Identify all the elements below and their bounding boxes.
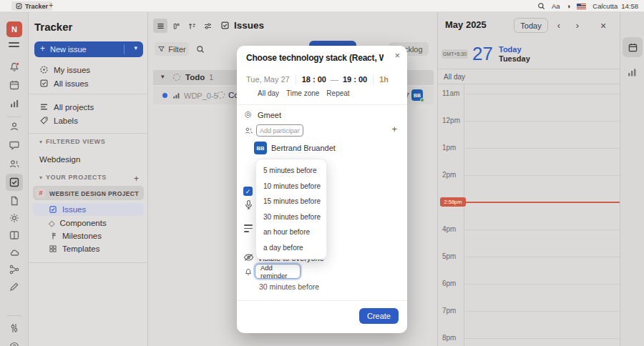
us-flag-icon[interactable] [577,4,586,9]
grouping-view-button[interactable] [169,19,183,33]
visibility-eye-icon [243,253,254,262]
issue-status-icon[interactable] [218,92,225,99]
drive-cloud-icon[interactable] [9,247,20,258]
sidebar-item-labels[interactable]: Labels [34,114,143,127]
dropdown-item[interactable]: 5 minutes before [256,163,326,179]
priority-icon[interactable] [172,92,180,99]
today-button[interactable]: Today [514,18,548,33]
close-icon[interactable]: × [394,50,400,61]
project-nav-components[interactable]: ◇ Components [33,217,144,229]
prev-day-button[interactable]: ‹ [552,18,565,33]
all-day-toggle[interactable]: All day [258,89,279,97]
help-icon[interactable] [9,341,20,346]
timezone-link[interactable]: Time zone [286,89,319,97]
timezone-badge[interactable]: GMT+5:30 [441,49,468,59]
current-time-badge: 2:58pm [440,197,466,207]
tracker-logo-icon [16,3,22,9]
project-nav-milestones[interactable]: Milestones [33,229,144,242]
dropdown-item[interactable]: an hour before [256,224,326,240]
edit-pencil-icon[interactable] [9,281,20,292]
sort-button[interactable] [185,19,199,33]
hour-label: 11am [442,89,462,97]
calendar-widget-button[interactable] [623,37,643,57]
microphone-icon[interactable] [245,199,253,210]
documents-file-icon[interactable] [9,195,20,207]
sidebar-item-my-issues[interactable]: My issues [34,63,143,76]
group-count: 1 [209,73,213,81]
stats-widget-button[interactable] [626,66,638,78]
chevron-down-icon[interactable]: ▾ [134,44,137,51]
dropdown-item[interactable]: a day before [256,240,326,256]
add-participants-input[interactable] [256,124,303,137]
sidebar-item-all-issues[interactable]: All issues [34,76,143,90]
dropdown-item[interactable]: 30 minutes before [256,209,326,225]
next-day-button[interactable]: › [571,18,584,33]
sliders-icon [203,21,213,31]
add-project-button[interactable]: + [134,174,139,184]
your-projects-header[interactable]: ▾ YOUR PROJECTS [34,174,107,181]
time-gutter-divider [464,84,464,346]
search-issues-button[interactable] [193,42,207,56]
font-size-button[interactable]: Aa [552,2,560,10]
theme-contrast-icon[interactable]: ◑ [567,2,571,10]
search-icon[interactable] [537,2,545,10]
end-time[interactable]: 19 : 00 [343,75,367,84]
checked-checkbox[interactable]: ✓ [243,187,253,196]
start-time[interactable]: 18 : 00 [302,75,326,84]
calendar-icon [628,42,638,53]
workspace-avatar[interactable]: N [6,21,22,37]
filtered-views-header[interactable]: ▾ FILTERED VIEWS [34,138,105,145]
preferences-sliders-icon[interactable] [9,322,20,334]
add-reminder-button[interactable]: Add reminder [255,264,301,279]
repeat-link[interactable]: Repeat [326,89,349,97]
add-participant-button[interactable]: + [391,124,397,134]
more-options-icon[interactable]: ⋯ [132,188,139,196]
analytics-chart-icon[interactable] [9,98,20,109]
location-value[interactable]: Gmeet [258,111,281,119]
hour-label: 7pm [442,307,462,315]
contacts-person-icon[interactable] [9,121,20,132]
participant-name[interactable]: Bertrand Bruandet [271,144,336,152]
project-nav-templates[interactable]: Templates [33,242,144,255]
team-people-icon[interactable] [9,158,20,169]
process-branch-icon[interactable] [9,264,20,275]
project-nav-issues[interactable]: Issues [33,203,144,216]
description-icon[interactable] [244,224,253,234]
assignee-avatar[interactable]: BB [411,89,423,101]
settings-sun-icon[interactable] [9,212,20,224]
timezone-city[interactable]: Calcutta [592,2,618,10]
milestone-flag-icon [49,232,57,240]
rail-divider [7,315,21,316]
collapse-caret-icon[interactable]: ▾ [161,73,165,80]
create-button[interactable]: Create [359,308,399,324]
project-row-website-design[interactable]: # WEBSITE DESIGN PROJECT ⋯ [33,186,144,200]
sidebar-item-all-projects[interactable]: All projects [34,100,143,114]
caret-down-icon: ▾ [39,174,42,181]
app-tab-tracker[interactable]: Tracker [11,1,52,11]
filter-button[interactable]: Filter [155,42,189,56]
duration-badge[interactable]: 1h [379,75,389,84]
list-view-button[interactable] [153,19,167,33]
boards-columns-icon[interactable] [9,229,20,241]
hamburger-icon[interactable] [9,42,19,44]
reminder-dropdown-menu: 5 minutes before 10 minutes before 15 mi… [255,159,327,260]
sidebar: Tracker + New issue ▾ My issues All issu… [29,12,148,346]
planner-calendar-icon[interactable] [9,79,20,91]
event-title[interactable]: Choose technology stack (React, WordPres… [246,53,384,63]
reminder-value[interactable]: 30 minutes before [259,282,319,291]
hour-label: 1pm [442,144,462,152]
sidebar-divider [29,133,148,134]
list-view-icon [156,21,165,31]
issues-icon [220,21,230,30]
event-date[interactable]: Tue, May 27 [246,75,290,84]
new-tab-button[interactable]: + [49,1,53,9]
new-issue-button[interactable]: + New issue ▾ [34,41,143,57]
view-options-button[interactable] [200,19,215,33]
tracker-app-icon[interactable] [9,177,20,188]
dropdown-item[interactable]: 10 minutes before [256,179,326,194]
close-calendar-button[interactable]: × [597,18,610,33]
dropdown-item[interactable]: 15 minutes before [256,194,326,209]
search-icon [196,45,205,54]
sidebar-item-webdesign[interactable]: Webdesign [34,152,143,166]
chat-bubble-icon[interactable] [9,139,20,151]
